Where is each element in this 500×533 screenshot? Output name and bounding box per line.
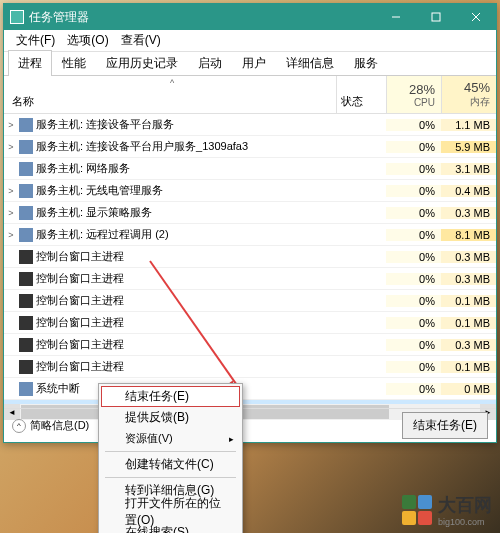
col-status[interactable]: 状态 xyxy=(336,76,386,113)
process-memory: 0.3 MB xyxy=(441,251,496,263)
process-name: 控制台窗口主进程 xyxy=(36,271,336,286)
tab-users[interactable]: 用户 xyxy=(232,50,276,76)
process-name: 服务主机: 无线电管理服务 xyxy=(36,183,336,198)
logo-name: 大百网 xyxy=(438,493,492,517)
fewer-details-label: 简略信息(D) xyxy=(30,418,89,433)
maximize-button[interactable] xyxy=(416,4,456,30)
process-row[interactable]: >服务主机: 远程过程调用 (2)0%8.1 MB xyxy=(4,224,496,246)
process-memory: 0.4 MB xyxy=(441,185,496,197)
process-row[interactable]: >服务主机: 连接设备平台服务0%1.1 MB xyxy=(4,114,496,136)
process-row[interactable]: 控制台窗口主进程0%0.1 MB xyxy=(4,290,496,312)
process-icon xyxy=(19,184,33,198)
logo-url: big100.com xyxy=(438,517,492,527)
process-name: 控制台窗口主进程 xyxy=(36,293,336,308)
tab-performance[interactable]: 性能 xyxy=(52,50,96,76)
svg-rect-1 xyxy=(432,13,440,21)
process-cpu: 0% xyxy=(386,317,441,329)
sort-indicator-icon: ^ xyxy=(170,78,174,88)
process-icon xyxy=(19,228,33,242)
ctx-open-location[interactable]: 打开文件所在的位置(O) xyxy=(101,501,240,522)
process-name: 控制台窗口主进程 xyxy=(36,359,336,374)
process-icon xyxy=(19,382,33,396)
ctx-separator xyxy=(105,477,236,478)
process-cpu: 0% xyxy=(386,383,441,395)
process-icon xyxy=(19,206,33,220)
mem-label: 内存 xyxy=(470,95,490,109)
cpu-label: CPU xyxy=(414,97,435,108)
process-list[interactable]: >服务主机: 连接设备平台服务0%1.1 MB>服务主机: 连接设备平台用户服务… xyxy=(4,114,496,404)
process-memory: 0.1 MB xyxy=(441,361,496,373)
process-name: 服务主机: 连接设备平台用户服务_1309afa3 xyxy=(36,139,336,154)
app-icon xyxy=(10,10,24,24)
close-button[interactable] xyxy=(456,4,496,30)
process-row[interactable]: 控制台窗口主进程0%0.1 MB xyxy=(4,356,496,378)
expand-icon[interactable]: > xyxy=(4,208,18,218)
tab-services[interactable]: 服务 xyxy=(344,50,388,76)
process-icon xyxy=(19,140,33,154)
process-cpu: 0% xyxy=(386,163,441,175)
process-icon xyxy=(19,250,33,264)
expand-icon[interactable]: > xyxy=(4,142,18,152)
process-name: 服务主机: 网络服务 xyxy=(36,161,336,176)
process-cpu: 0% xyxy=(386,273,441,285)
process-cpu: 0% xyxy=(386,339,441,351)
process-cpu: 0% xyxy=(386,141,441,153)
process-memory: 0.3 MB xyxy=(441,207,496,219)
menu-file[interactable]: 文件(F) xyxy=(10,30,61,51)
process-icon xyxy=(19,118,33,132)
process-memory: 0.3 MB xyxy=(441,273,496,285)
process-name: 控制台窗口主进程 xyxy=(36,315,336,330)
window-title: 任务管理器 xyxy=(29,9,376,26)
watermark-logo: 大百网big100.com xyxy=(402,493,492,527)
process-row[interactable]: 系统中断0%0 MB xyxy=(4,378,496,400)
menu-view[interactable]: 查看(V) xyxy=(115,30,167,51)
process-memory: 0.1 MB xyxy=(441,295,496,307)
process-row[interactable]: 控制台窗口主进程0%0.1 MB xyxy=(4,312,496,334)
tab-details[interactable]: 详细信息 xyxy=(276,50,344,76)
minimize-button[interactable] xyxy=(376,4,416,30)
process-icon xyxy=(19,272,33,286)
process-row[interactable]: 控制台窗口主进程0%0.3 MB xyxy=(4,246,496,268)
fewer-details-button[interactable]: ^简略信息(D) xyxy=(12,418,89,433)
process-row[interactable]: >服务主机: 连接设备平台用户服务_1309afa30%5.9 MB xyxy=(4,136,496,158)
ctx-end-task[interactable]: 结束任务(E) xyxy=(101,386,240,407)
process-row[interactable]: 控制台窗口主进程0%0.3 MB xyxy=(4,334,496,356)
tab-apphistory[interactable]: 应用历史记录 xyxy=(96,50,188,76)
process-row[interactable]: 控制台窗口主进程0%0.3 MB xyxy=(4,268,496,290)
menu-options[interactable]: 选项(O) xyxy=(61,30,114,51)
process-memory: 1.1 MB xyxy=(441,119,496,131)
process-row[interactable]: 服务主机: 网络服务0%3.1 MB xyxy=(4,158,496,180)
process-icon xyxy=(19,338,33,352)
process-memory: 3.1 MB xyxy=(441,163,496,175)
process-cpu: 0% xyxy=(386,119,441,131)
col-cpu[interactable]: 28%CPU xyxy=(386,76,441,113)
process-memory: 5.9 MB xyxy=(441,141,496,153)
ctx-resource-values[interactable]: 资源值(V)▸ xyxy=(101,428,240,449)
process-cpu: 0% xyxy=(386,295,441,307)
context-menu: 结束任务(E) 提供反馈(B) 资源值(V)▸ 创建转储文件(C) 转到详细信息… xyxy=(98,383,243,533)
submenu-arrow-icon: ▸ xyxy=(229,434,234,444)
col-memory[interactable]: 45%内存 xyxy=(441,76,496,113)
process-cpu: 0% xyxy=(386,185,441,197)
process-name: 控制台窗口主进程 xyxy=(36,249,336,264)
titlebar[interactable]: 任务管理器 xyxy=(4,4,496,30)
process-icon xyxy=(19,294,33,308)
process-name: 服务主机: 连接设备平台服务 xyxy=(36,117,336,132)
expand-icon[interactable]: > xyxy=(4,230,18,240)
process-memory: 0 MB xyxy=(441,383,496,395)
expand-icon[interactable]: > xyxy=(4,186,18,196)
ctx-create-dump[interactable]: 创建转储文件(C) xyxy=(101,454,240,475)
process-row[interactable]: >服务主机: 无线电管理服务0%0.4 MB xyxy=(4,180,496,202)
end-task-button[interactable]: 结束任务(E) xyxy=(402,412,488,439)
ctx-search-online[interactable]: 在线搜索(S) xyxy=(101,522,240,533)
process-name: 服务主机: 远程过程调用 (2) xyxy=(36,227,336,242)
ctx-feedback[interactable]: 提供反馈(B) xyxy=(101,407,240,428)
tabbar: 进程 性能 应用历史记录 启动 用户 详细信息 服务 xyxy=(4,52,496,76)
ctx-resource-label: 资源值(V) xyxy=(125,431,173,446)
tab-processes[interactable]: 进程 xyxy=(8,50,52,76)
col-name[interactable]: ^名称 xyxy=(4,76,336,113)
process-cpu: 0% xyxy=(386,229,441,241)
process-row[interactable]: >服务主机: 显示策略服务0%0.3 MB xyxy=(4,202,496,224)
expand-icon[interactable]: > xyxy=(4,120,18,130)
tab-startup[interactable]: 启动 xyxy=(188,50,232,76)
